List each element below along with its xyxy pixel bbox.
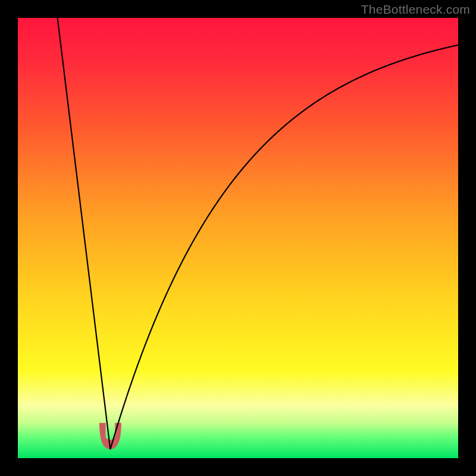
- bottleneck-chart: [18, 18, 458, 458]
- chart-frame: [18, 18, 458, 458]
- watermark-text: TheBottleneck.com: [361, 2, 470, 17]
